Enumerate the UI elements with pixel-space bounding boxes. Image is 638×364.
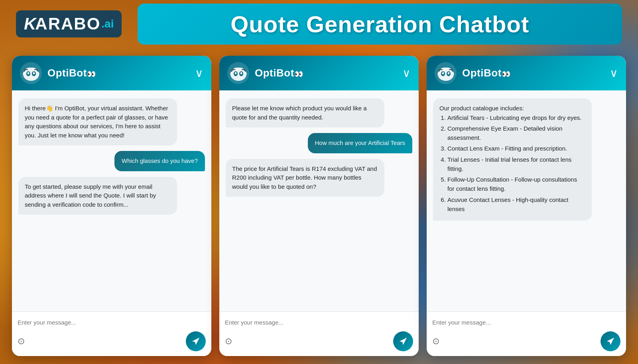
bot-avatar-2 [227, 62, 249, 84]
chat-input-row-1 [18, 317, 206, 328]
catalogue-intro: Our product catalogue includes: [439, 104, 585, 113]
list-item: Trial Lenses - Initial trial lenses for … [447, 155, 585, 174]
send-icon-3 [606, 337, 615, 346]
logo-arabo: ARABO [35, 14, 100, 33]
chat-input-area-2: ⊙ [219, 311, 419, 356]
attach-icon-3[interactable]: ⊙ [432, 336, 439, 346]
send-icon-1 [191, 337, 200, 346]
chat-header-left-1: OptiBot👀 [20, 62, 96, 84]
chat-input-area-3: ⊙ [427, 311, 626, 356]
bot-message-4: The price for Artificial Tears is R174 e… [226, 159, 384, 197]
chat-input-area-1: ⊙ [12, 311, 211, 356]
chat-messages-3: Our product catalogue includes: Artifici… [427, 90, 626, 311]
attach-icon-2[interactable]: ⊙ [225, 336, 232, 346]
logo-dot-ai: .ai [101, 18, 114, 30]
chat-messages-1: Hi there👋 I'm OptiBot, your virtual assi… [12, 90, 211, 311]
chat-header-left-2: OptiBot👀 [227, 62, 303, 84]
attach-icon-1[interactable]: ⊙ [18, 336, 25, 346]
logo-k: K [24, 14, 35, 33]
chat-panel-2: OptiBot👀 ∨ Please let me know which prod… [219, 56, 419, 356]
list-item: Acuvue Contact Lenses - High-quality con… [447, 195, 585, 214]
header: K ARABO .ai Quote Generation Chatbot [0, 0, 638, 48]
chat-input-row-3 [432, 317, 620, 328]
user-message-1: Which glasses do you have? [114, 151, 205, 171]
chat-header-2: OptiBot👀 ∨ [219, 56, 419, 90]
bot-eyes-1: 👀 [87, 70, 96, 78]
bot-message-1: Hi there👋 I'm OptiBot, your virtual assi… [18, 98, 177, 145]
chat-header-3: OptiBot👀 ∨ [427, 56, 626, 90]
list-item: Follow-Up Consultation - Follow-up consu… [447, 175, 585, 194]
chat-input-1[interactable] [18, 317, 206, 328]
user-message-2: How much are your Artificial Tears [308, 133, 412, 153]
chat-input-3[interactable] [432, 317, 620, 328]
list-item: Contact Lens Exam - Fitting and prescrip… [447, 144, 585, 153]
bot-name-2: OptiBot👀 [255, 67, 303, 79]
bot-name-1: OptiBot👀 [47, 67, 96, 79]
send-button-1[interactable] [186, 331, 206, 351]
bot-message-5: Our product catalogue includes: Artifici… [433, 98, 592, 221]
bot-avatar-3 [435, 62, 457, 84]
chat-input-2[interactable] [225, 317, 413, 328]
list-item: Comprehensive Eye Exam - Detailed vision… [447, 124, 585, 143]
svg-point-9 [240, 72, 242, 74]
chat-input-bottom-2: ⊙ [225, 328, 413, 351]
bot-message-3: Please let me know which product you wou… [226, 98, 384, 127]
svg-point-3 [27, 72, 29, 74]
chat-input-bottom-1: ⊙ [18, 328, 206, 351]
logo: K ARABO .ai [16, 10, 122, 37]
list-item: Artificial Tears - Lubricating eye drops… [447, 113, 585, 122]
panels-container: OptiBot👀 ∨ Hi there👋 I'm OptiBot, your v… [0, 48, 638, 364]
bot-eyes-2: 👀 [294, 70, 303, 78]
chevron-down-icon-1[interactable]: ∨ [195, 67, 203, 80]
svg-point-13 [442, 72, 444, 74]
chat-header-1: OptiBot👀 ∨ [12, 56, 211, 90]
chat-input-bottom-3: ⊙ [432, 328, 620, 351]
send-button-2[interactable] [393, 331, 413, 351]
chevron-down-icon-3[interactable]: ∨ [610, 67, 618, 80]
chat-header-left-3: OptiBot👀 [435, 62, 510, 84]
send-button-3[interactable] [601, 331, 620, 351]
header-title-box: Quote Generation Chatbot [138, 4, 622, 45]
page-title: Quote Generation Chatbot [230, 11, 529, 37]
svg-point-8 [234, 72, 236, 74]
send-icon-2 [399, 337, 408, 346]
product-list: Artificial Tears - Lubricating eye drops… [439, 113, 585, 214]
chevron-down-icon-2[interactable]: ∨ [402, 67, 411, 80]
bot-avatar-1 [20, 62, 42, 84]
chat-input-row-2 [225, 317, 413, 328]
chat-panel-3: OptiBot👀 ∨ Our product catalogue include… [427, 56, 626, 356]
svg-point-4 [33, 72, 35, 74]
bot-name-3: OptiBot👀 [462, 67, 510, 79]
chat-messages-2: Please let me know which product you wou… [219, 90, 419, 311]
svg-point-14 [447, 72, 449, 74]
bot-eyes-3: 👀 [502, 70, 511, 78]
bot-message-2: To get started, please supply me with yo… [18, 177, 177, 215]
chat-panel-1: OptiBot👀 ∨ Hi there👋 I'm OptiBot, your v… [12, 56, 211, 356]
